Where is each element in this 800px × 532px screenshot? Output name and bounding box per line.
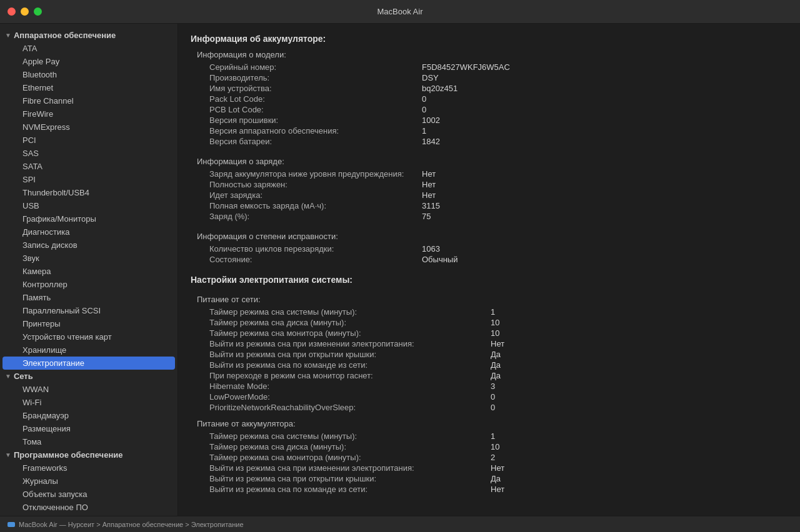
info-label-pack-lot: Pack Lot Code: bbox=[209, 94, 422, 104]
info-value-manufacturer: DSY bbox=[422, 73, 439, 82]
hardware-group-header[interactable]: ▼ Аппаратное обеспечение bbox=[0, 29, 178, 42]
charge-info-block: Информация о заряде: Заряд аккумулятора … bbox=[191, 157, 788, 222]
info-row-low-warning: Заряд аккумулятора ниже уровня предупреж… bbox=[209, 169, 788, 179]
sidebar-item-ethernet[interactable]: Ethernet bbox=[2, 81, 175, 94]
power-section-title: Настройки электропитания системы: bbox=[191, 275, 788, 285]
sidebar-item-sata[interactable]: SATA bbox=[2, 160, 175, 173]
info-row-device-name: Имя устройства: bq20z451 bbox=[209, 83, 788, 94]
sidebar-item-spi[interactable]: SPI bbox=[2, 173, 175, 186]
bat-power-row-wake-network: Выйти из режима сна по команде из сети: … bbox=[209, 484, 788, 495]
power-value-wake-power-change: Нет bbox=[491, 339, 504, 348]
sidebar-item-diagnostics[interactable]: Диагностика bbox=[2, 225, 175, 239]
ac-power-block: Питание от сети: Таймер режима сна систе… bbox=[191, 295, 788, 495]
power-value-disk-sleep: 10 bbox=[491, 318, 499, 327]
network-group-header[interactable]: ▼ Сеть bbox=[0, 370, 178, 383]
info-label-low-warning: Заряд аккумулятора ниже уровня предупреж… bbox=[209, 169, 422, 179]
bat-power-value-wake-network: Нет bbox=[491, 485, 504, 494]
info-value-condition: Обычный bbox=[422, 255, 458, 264]
power-label-disk-sleep: Таймер режима сна диска (минуты): bbox=[209, 318, 491, 327]
sidebar-item-firewall[interactable]: Брандмауэр bbox=[2, 409, 175, 422]
sidebar-item-printers[interactable]: Принтеры bbox=[2, 317, 175, 330]
sidebar-item-power[interactable]: Электропитание bbox=[2, 357, 175, 370]
minimize-button[interactable] bbox=[21, 7, 29, 16]
sidebar-item-logs[interactable]: Журналы bbox=[2, 475, 175, 488]
sidebar-item-sound[interactable]: Звук bbox=[2, 252, 175, 265]
sidebar-item-memory[interactable]: Память bbox=[2, 291, 175, 304]
sidebar-item-fibre-channel[interactable]: Fibre Channel bbox=[2, 94, 175, 107]
battery-section-title: Информация об аккумуляторе: bbox=[191, 34, 788, 44]
sidebar-item-storage[interactable]: Хранилище bbox=[2, 343, 175, 357]
sidebar-item-frameworks[interactable]: Frameworks bbox=[2, 461, 175, 475]
power-label-wake-power-change: Выйти из режима сна при изменении электр… bbox=[209, 339, 491, 348]
sidebar-item-card-reader[interactable]: Устройство чтения карт bbox=[2, 330, 175, 343]
info-label-manufacturer: Производитель: bbox=[209, 73, 422, 82]
power-row-wake-network: Выйти из режима сна по команде из сети: … bbox=[209, 360, 788, 370]
info-label-firmware: Версия прошивки: bbox=[209, 116, 422, 125]
info-row-manufacturer: Производитель: DSY bbox=[209, 72, 788, 83]
sidebar-item-disabled-sw[interactable]: Отключенное ПО bbox=[2, 501, 175, 514]
battery-power-subsection: Питание от аккумулятора: Таймер режима с… bbox=[197, 419, 788, 495]
sidebar-item-usb[interactable]: USB bbox=[2, 199, 175, 212]
sidebar-item-disc-burning[interactable]: Запись дисков bbox=[2, 239, 175, 252]
sidebar-item-wwan[interactable]: WWAN bbox=[2, 383, 175, 396]
sidebar-item-startup[interactable]: Объекты запуска bbox=[2, 488, 175, 501]
power-row-display-sleep: Таймер режима сна монитора (минуты): 10 bbox=[209, 328, 788, 338]
sidebar-item-thunderbolt[interactable]: Thunderbolt/USB4 bbox=[2, 186, 175, 199]
sidebar-item-volumes[interactable]: Тома bbox=[2, 435, 175, 448]
sidebar-item-nvmexpress[interactable]: NVMExpress bbox=[2, 121, 175, 134]
software-group-header[interactable]: ▼ Программное обеспечение bbox=[0, 448, 178, 461]
sidebar-item-locations[interactable]: Размещения bbox=[2, 422, 175, 435]
maximize-button[interactable] bbox=[34, 7, 42, 16]
sidebar-item-parallel-scsi[interactable]: Параллельный SCSI bbox=[2, 304, 175, 317]
power-row-network-reachability: PrioritizeNetworkReachabilityOverSleep: … bbox=[209, 402, 788, 413]
macbook-icon bbox=[8, 522, 15, 527]
power-label-low-power-mode: LowPowerMode: bbox=[209, 392, 491, 401]
info-value-device-name: bq20z451 bbox=[422, 84, 458, 93]
info-row-fully-charged: Полностью заряжен: Нет bbox=[209, 179, 788, 190]
statusbar-text: MacBook Air — Нурсеит > Аппаратное обесп… bbox=[19, 521, 244, 528]
power-row-hibernate-mode: Hibernate Mode: 3 bbox=[209, 381, 788, 392]
sidebar: ▼ Аппаратное обеспечение ATA Apple Pay B… bbox=[0, 24, 178, 516]
info-label-charging: Идет зарядка: bbox=[209, 190, 422, 200]
power-label-display-sleep-dim: При переходе в режим сна монитор гаснет: bbox=[209, 371, 491, 380]
info-row-pack-lot: Pack Lot Code: 0 bbox=[209, 94, 788, 104]
sidebar-item-firewire[interactable]: FireWire bbox=[2, 107, 175, 121]
info-value-full-capacity: 3115 bbox=[422, 201, 440, 210]
bat-power-label-wake-power-change: Выйти из режима сна при изменении электр… bbox=[209, 463, 491, 473]
power-value-wake-network: Да bbox=[491, 360, 501, 370]
info-label-device-name: Имя устройства: bbox=[209, 84, 422, 93]
bat-power-label-sys-sleep: Таймер режима сна системы (минуты): bbox=[209, 431, 491, 441]
charge-group-header: Информация о заряде: bbox=[197, 157, 788, 166]
bat-power-label-wake-network: Выйти из режима сна по команде из сети: bbox=[209, 485, 491, 494]
bat-power-label-disk-sleep: Таймер режима сна диска (минуты): bbox=[209, 442, 491, 451]
power-value-display-sleep: 10 bbox=[491, 328, 499, 338]
sidebar-item-ata[interactable]: ATA bbox=[2, 42, 175, 55]
sidebar-item-wifi[interactable]: Wi-Fi bbox=[2, 396, 175, 409]
power-value-display-sleep-dim: Да bbox=[491, 371, 501, 380]
health-info-block: Информация о степени исправности: Количе… bbox=[191, 232, 788, 265]
software-arrow-icon: ▼ bbox=[5, 451, 11, 458]
info-row-charging: Идет зарядка: Нет bbox=[209, 190, 788, 200]
power-value-wake-lid: Да bbox=[491, 350, 501, 359]
info-label-battery-version: Версия батареи: bbox=[209, 137, 422, 146]
power-value-low-power-mode: 0 bbox=[491, 392, 495, 401]
sidebar-item-pci[interactable]: PCI bbox=[2, 134, 175, 147]
power-label-network-reachability: PrioritizeNetworkReachabilityOverSleep: bbox=[209, 403, 491, 412]
sidebar-item-bluetooth[interactable]: Bluetooth bbox=[2, 68, 175, 81]
info-label-hw-version: Версия аппаратного обеспечения: bbox=[209, 126, 422, 135]
sidebar-item-camera[interactable]: Камера bbox=[2, 265, 175, 278]
bat-power-value-sys-sleep: 1 bbox=[491, 431, 495, 441]
sidebar-item-apple-pay[interactable]: Apple Pay bbox=[2, 55, 175, 68]
sidebar-item-controller[interactable]: Контроллер bbox=[2, 278, 175, 291]
sidebar-item-graphics[interactable]: Графика/Мониторы bbox=[2, 212, 175, 225]
info-value-charge-percent: 75 bbox=[422, 212, 431, 221]
info-value-hw-version: 1 bbox=[422, 126, 426, 135]
hardware-group-label: Аппаратное обеспечение bbox=[14, 31, 116, 40]
bat-power-label-display-sleep: Таймер режима сна монитора (минуты): bbox=[209, 453, 491, 462]
model-group-header: Информация о модели: bbox=[197, 50, 788, 59]
sidebar-item-sas[interactable]: SAS bbox=[2, 147, 175, 160]
info-row-full-capacity: Полная емкость заряда (мА·ч): 3115 bbox=[209, 200, 788, 211]
health-group-header: Информация о степени исправности: bbox=[197, 232, 788, 241]
info-row-serial: Серийный номер: F5D84527WKFJ6W5AC bbox=[209, 62, 788, 72]
close-button[interactable] bbox=[8, 7, 16, 16]
